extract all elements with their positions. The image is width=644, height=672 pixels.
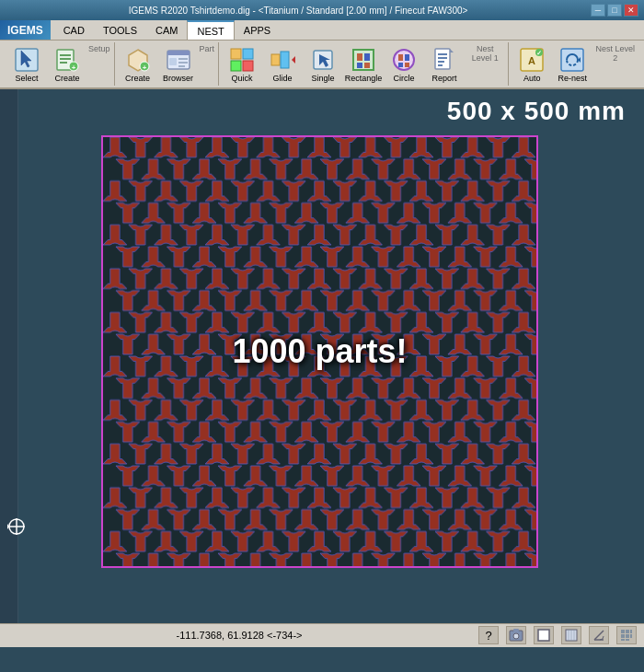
renest-button[interactable]: Re-nest (553, 42, 592, 86)
nest-canvas[interactable]: 1000 parts! (101, 135, 538, 568)
help-button[interactable]: ? (478, 626, 499, 644)
toolbar-group-nest1: Quick Glide (219, 42, 509, 86)
browser-icon (164, 45, 193, 75)
svg-rect-62 (626, 630, 629, 633)
left-ruler (0, 89, 18, 623)
svg-rect-67 (621, 639, 625, 641)
quick-label: Quick (232, 75, 253, 84)
circle-icon (389, 45, 419, 75)
svg-rect-66 (630, 634, 632, 638)
svg-rect-34 (398, 63, 403, 67)
circle-button[interactable]: Circle (385, 42, 423, 86)
report-label: Report (432, 75, 457, 84)
part-label: Part (200, 44, 215, 53)
rectangle-label: Rectangle (345, 75, 383, 84)
grid-button[interactable] (616, 626, 637, 644)
svg-rect-4 (60, 58, 71, 60)
svg-rect-30 (364, 63, 370, 68)
svg-rect-54 (538, 630, 549, 641)
svg-rect-63 (630, 630, 632, 633)
menu-cad[interactable]: CAD (54, 20, 94, 40)
svg-rect-27 (357, 53, 362, 61)
create-sheet-button[interactable]: + Create (48, 42, 86, 86)
svg-rect-26 (353, 50, 374, 70)
angle-button[interactable] (589, 626, 609, 644)
svg-line-59 (594, 631, 604, 640)
menu-bar: IGEMS CAD TOOLS CAM NEST APPS (0, 20, 644, 41)
svg-rect-61 (621, 630, 625, 633)
nest-level-2-label: Nest Level 2 (593, 44, 637, 63)
svg-rect-37 (438, 53, 447, 55)
title-bar: IGEMS R2020 Tshirtdemo.dig - <Titanium /… (0, 0, 644, 20)
rectangle-button[interactable]: Rectangle (344, 42, 383, 86)
glide-label: Glide (273, 75, 293, 84)
svg-point-52 (513, 633, 519, 639)
svg-rect-13 (169, 58, 177, 65)
auto-button[interactable]: A ✓ Auto (512, 42, 551, 86)
svg-rect-39 (438, 61, 444, 63)
svg-point-31 (394, 50, 414, 70)
svg-rect-29 (357, 63, 362, 68)
maximize-button[interactable]: □ (607, 4, 622, 17)
quick-icon (227, 45, 257, 75)
origin-marker (7, 517, 26, 539)
svg-rect-18 (243, 49, 253, 59)
svg-text:+: + (72, 64, 76, 72)
snapshot-button[interactable] (506, 626, 526, 644)
igems-logo[interactable]: IGEMS (0, 20, 51, 40)
report-button[interactable]: Report (425, 42, 464, 86)
create-part-button[interactable]: + Create (119, 42, 157, 86)
menu-nest[interactable]: NEST (187, 20, 234, 40)
svg-rect-21 (271, 54, 280, 65)
single-icon (308, 45, 338, 75)
close-button[interactable]: ✕ (624, 4, 638, 17)
svg-marker-23 (292, 56, 295, 64)
svg-rect-40 (438, 64, 443, 66)
svg-rect-14 (178, 58, 188, 60)
create-sheet-label: Create (54, 75, 79, 84)
browser-label: Browser (163, 75, 193, 84)
glide-icon (268, 45, 297, 75)
toolbar-group-part: + Create Browser (115, 42, 220, 86)
renest-icon (558, 45, 587, 75)
svg-rect-19 (231, 61, 241, 71)
svg-rect-35 (405, 63, 409, 67)
auto-icon: A ✓ (517, 45, 546, 75)
svg-rect-20 (243, 61, 253, 71)
toolbar-group-setup: Select + Create Setup (4, 42, 115, 86)
single-label: Single (312, 75, 335, 84)
menu-tools[interactable]: TOOLS (94, 20, 146, 40)
create-part-icon: + (123, 45, 153, 75)
circle-label: Circle (394, 75, 415, 84)
single-button[interactable]: Single (304, 42, 342, 86)
nest-level-1-label: Nest Level 1 (466, 44, 504, 63)
menu-cam[interactable]: CAM (146, 20, 187, 40)
glide-button[interactable]: Glide (263, 42, 302, 86)
svg-rect-64 (621, 634, 625, 638)
quick-button[interactable]: Quick (223, 42, 261, 86)
svg-rect-65 (626, 634, 629, 638)
report-icon (430, 45, 459, 75)
status-bar: -111.7368, 61.9128 <-734-> ? (0, 623, 644, 647)
svg-text:A: A (528, 55, 535, 66)
svg-rect-12 (167, 51, 190, 55)
svg-rect-32 (398, 54, 403, 61)
svg-rect-16 (178, 65, 185, 67)
create-sheet-icon: + (52, 45, 82, 75)
select-button[interactable]: Select (7, 42, 46, 86)
svg-rect-17 (231, 49, 241, 59)
svg-rect-33 (405, 54, 409, 61)
view-rect1-button[interactable] (534, 626, 554, 644)
menu-apps[interactable]: APPS (235, 20, 280, 40)
browser-button[interactable]: Browser (159, 42, 198, 86)
window-controls: ─ □ ✕ (591, 4, 638, 17)
view-rect2-button[interactable] (561, 626, 581, 644)
create-part-label: Create (125, 75, 150, 84)
minimize-button[interactable]: ─ (591, 4, 605, 17)
main-canvas-area[interactable]: 500 x 500 mm 1000 parts! (0, 89, 644, 623)
svg-rect-15 (178, 62, 188, 64)
svg-rect-38 (438, 57, 447, 59)
svg-text:✓: ✓ (536, 50, 542, 56)
svg-rect-28 (364, 53, 370, 61)
cursor-coords: -111.7368, 61.9128 <-734-> (7, 630, 471, 641)
